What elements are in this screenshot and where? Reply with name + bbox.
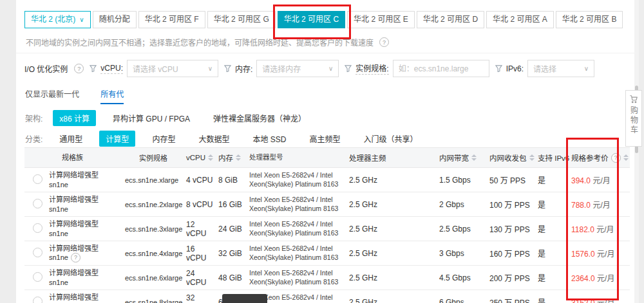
price-cell: 1576.0 元/月 bbox=[569, 248, 628, 259]
zone-bar: 华北 2 (北京) ∨ 随机分配华北 2 可用区 F华北 2 可用区 G 华北 … bbox=[24, 11, 623, 28]
table-row[interactable]: 计算网络增强型 sn1ne ecs.sn1ne.3xlarge 12 vCPU … bbox=[24, 217, 630, 241]
category-chip[interactable]: 本地 SSD bbox=[246, 131, 292, 147]
help-icon[interactable]: ? bbox=[71, 253, 80, 262]
ipv6-select[interactable]: 请选择 ∨ bbox=[527, 60, 594, 77]
pps-cell: 200 万 PPS bbox=[487, 272, 535, 283]
sort-icon[interactable] bbox=[208, 154, 213, 161]
vcpu-cell: 16 vCPU bbox=[184, 244, 216, 262]
bandwidth-cell: 6 Gbps bbox=[437, 298, 487, 303]
table-row[interactable]: 计算网络增强型 sn1ne ecs.sn1ne.6xlarge 24 vCPU … bbox=[24, 266, 630, 290]
pps-cell: 250 万 PPS bbox=[487, 297, 535, 303]
ipv6-cell: 是 bbox=[535, 199, 569, 210]
io-optimized-label: I/O 优化实例 bbox=[24, 63, 68, 74]
arch-chip-x86[interactable]: x86 计算 bbox=[53, 110, 96, 126]
zone-button[interactable]: 华北 2 可用区 E bbox=[347, 11, 415, 28]
ipv6-filter-group: IPv6: 请选择 ∨ bbox=[495, 60, 594, 77]
category-chip[interactable]: 高主频型 bbox=[303, 131, 346, 147]
radio-cell bbox=[24, 223, 46, 235]
family-cell: 计算网络增强型 sn1ne bbox=[46, 170, 122, 189]
price-unit: 元/月 bbox=[592, 201, 610, 210]
category-chip[interactable]: 通用型 bbox=[53, 131, 89, 147]
help-icon[interactable]: ? bbox=[611, 153, 621, 163]
price-unit: 元/月 bbox=[596, 225, 614, 234]
filter-icon bbox=[90, 65, 97, 72]
zone-button[interactable]: 华北 2 可用区 B bbox=[556, 11, 623, 28]
zone-button[interactable]: 华北 2 可用区 A bbox=[486, 11, 554, 28]
generation-tabs: 仅显示最新一代 所有代 bbox=[25, 88, 143, 99]
radio-cell bbox=[24, 174, 46, 186]
memory-select[interactable]: 请选择内存 ∨ bbox=[256, 60, 339, 77]
cart-icon bbox=[629, 95, 638, 104]
help-icon[interactable]: ? bbox=[74, 64, 84, 73]
row-radio[interactable] bbox=[33, 223, 43, 233]
sort-icon[interactable] bbox=[529, 154, 535, 161]
region-note: 不同地域的实例之间内网互不相通；选择靠近您客户的地域，可降低网络时延、提高您客户… bbox=[26, 37, 389, 48]
bandwidth-cell: 2 Gbps bbox=[437, 200, 487, 209]
zone-button-selected[interactable]: 华北 2 可用区 C bbox=[278, 11, 345, 28]
category-chip[interactable]: 内存型 bbox=[146, 131, 182, 147]
bandwidth-cell: 2.5 Gbps bbox=[437, 225, 487, 234]
category-chip-selected[interactable]: 计算型 bbox=[99, 131, 135, 147]
row-radio[interactable] bbox=[33, 174, 43, 184]
cpu-cell: Intel Xeon E5-2682v4 / Intel Xeon(Skylak… bbox=[247, 220, 346, 237]
table-row[interactable]: 计算网络增强型 sn1ne ecs.sn1ne.2xlarge 8 vCPU 1… bbox=[24, 192, 630, 217]
filter-icon bbox=[224, 65, 231, 72]
price-value: 788.0 bbox=[571, 201, 591, 210]
table-row[interactable]: 计算网络增强型 sn1ne? ecs.sn1ne.4xlarge 16 vCPU… bbox=[24, 241, 630, 266]
table-row[interactable]: 计算网络增强型 sn1ne ecs.sn1ne.xlarge 4 vCPU 8 … bbox=[24, 168, 630, 192]
freq-cell: 2.5 GHz bbox=[346, 176, 437, 185]
header-bandwidth: 内网带宽 bbox=[437, 152, 487, 163]
family-cell: 计算网络增强型 sn1ne bbox=[46, 195, 122, 214]
sort-icon[interactable] bbox=[236, 154, 241, 161]
spec-filter-group: 实例规格: bbox=[345, 60, 489, 77]
cpu-cell: Intel Xeon E5-2682v4 / Intel Xeon(Skylak… bbox=[247, 196, 346, 212]
row-radio[interactable] bbox=[33, 199, 43, 208]
spec-input[interactable] bbox=[393, 60, 489, 77]
zone-button[interactable]: 华北 2 可用区 F bbox=[138, 11, 205, 28]
tab-all-generations[interactable]: 所有代 bbox=[100, 90, 124, 104]
bandwidth-cell: 1.5 Gbps bbox=[437, 176, 487, 185]
freq-cell: 2.5 GHz bbox=[346, 298, 437, 303]
chevron-down-icon: ∨ bbox=[584, 65, 589, 72]
red-annotation-box-zone: 华北 2 可用区 C bbox=[278, 11, 345, 28]
sort-icon[interactable] bbox=[623, 154, 629, 161]
info-icon[interactable]: ? bbox=[379, 37, 389, 47]
sort-icon[interactable] bbox=[471, 154, 477, 161]
arch-chip[interactable]: 异构计算 GPU / FPGA bbox=[106, 110, 196, 126]
family-cell: 计算网络增强型 sn1ne? bbox=[46, 244, 122, 263]
tab-latest-generation[interactable]: 仅显示最新一代 bbox=[25, 90, 79, 103]
ipv6-cell: 是 bbox=[535, 297, 569, 303]
filter-icon bbox=[495, 65, 502, 72]
cart-tab[interactable]: 购物车 bbox=[625, 90, 642, 147]
radio-cell bbox=[24, 272, 46, 284]
vcpu-cell: 4 vCPU bbox=[184, 176, 216, 185]
price-value: 1576.0 bbox=[571, 250, 595, 259]
category-chip[interactable]: 大数据型 bbox=[192, 131, 236, 147]
zone-button[interactable]: 华北 2 可用区 D bbox=[417, 11, 484, 28]
vcpu-select-placeholder: 请选择 vCPU bbox=[133, 63, 178, 74]
memory-filter-group: 内存: 请选择内存 ∨ bbox=[224, 60, 339, 77]
vcpu-cell: 12 vCPU bbox=[184, 220, 216, 238]
row-radio[interactable] bbox=[33, 248, 43, 257]
arch-chip[interactable]: 弹性裸金属服务器（神龙） bbox=[207, 110, 312, 126]
price-unit: 元/月 bbox=[597, 298, 614, 303]
price-value: 3152.0 bbox=[571, 298, 595, 303]
category-chip[interactable]: 入门级（共享） bbox=[357, 131, 424, 147]
zone-button[interactable]: 随机分配 bbox=[93, 11, 137, 28]
header-freq: 处理器主频 bbox=[346, 152, 437, 163]
row-radio[interactable] bbox=[33, 272, 43, 282]
chevron-down-icon: ∨ bbox=[208, 65, 213, 72]
spec-cell: ecs.sn1ne.xlarge bbox=[122, 176, 184, 184]
radio-cell bbox=[24, 297, 46, 303]
zone-button[interactable]: 华北 2 可用区 G bbox=[207, 11, 276, 28]
region-label: 华北 2 (北京) bbox=[31, 12, 75, 28]
ipv6-select-placeholder: 请选择 bbox=[533, 63, 556, 74]
pps-cell: 130 万 PPS bbox=[487, 223, 535, 234]
row-radio[interactable] bbox=[33, 297, 43, 303]
io-optimized-group: I/O 优化实例 ? bbox=[24, 63, 84, 74]
vcpu-select[interactable]: 请选择 vCPU ∨ bbox=[127, 60, 218, 77]
table-row[interactable]: 计算网络增强型 sn1ne ecs.sn1ne.8xlarge 32 vCPU … bbox=[24, 290, 630, 303]
region-selector[interactable]: 华北 2 (北京) ∨ bbox=[24, 11, 91, 28]
vcpu-cell: 32 vCPU bbox=[184, 293, 216, 303]
ipv6-cell: 是 bbox=[535, 272, 569, 283]
